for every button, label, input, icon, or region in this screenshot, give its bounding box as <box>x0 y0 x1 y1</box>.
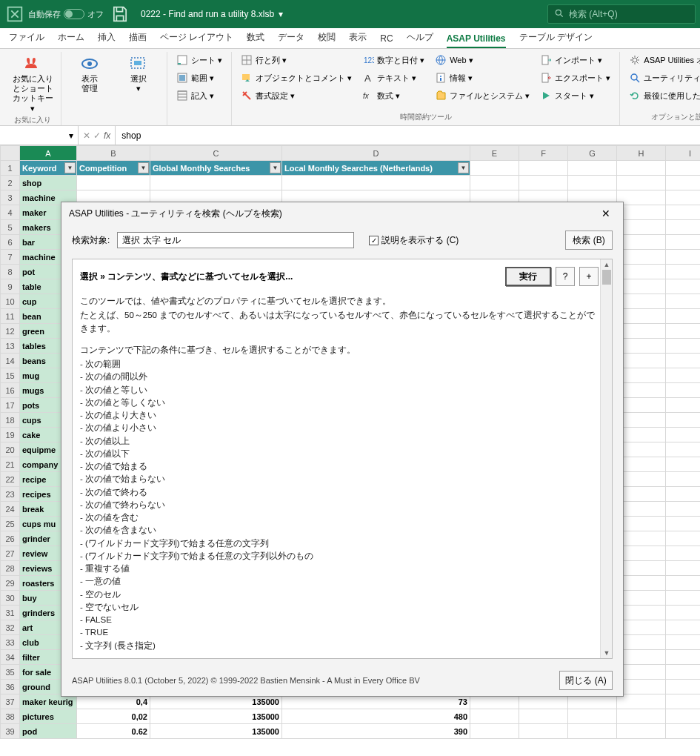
row-header[interactable]: 32 <box>1 620 20 635</box>
cell[interactable]: 0.62 <box>77 724 150 739</box>
row-header[interactable]: 39 <box>1 724 20 739</box>
tab-RC[interactable]: RC <box>380 33 393 48</box>
cell[interactable] <box>666 591 701 606</box>
cell[interactable] <box>666 205 701 220</box>
cell[interactable] <box>617 250 666 265</box>
tab-テーブル デザイン[interactable]: テーブル デザイン <box>519 31 593 48</box>
cell[interactable] <box>617 531 666 546</box>
name-box[interactable]: ▾ <box>0 126 79 145</box>
tab-校閲[interactable]: 校閲 <box>318 31 336 48</box>
cell[interactable] <box>666 487 701 502</box>
ribbon-text[interactable]: Aテキスト ▾ <box>359 70 427 86</box>
cancel-icon[interactable]: ✕ <box>83 130 90 141</box>
ribbon-info[interactable]: 情報 ▾ <box>432 70 533 86</box>
col-header-I[interactable]: I <box>666 146 701 161</box>
cell[interactable] <box>617 487 666 502</box>
row-header[interactable]: 13 <box>1 339 20 354</box>
row-header[interactable]: 2 <box>1 176 20 190</box>
filter-icon[interactable]: ▼ <box>64 162 76 173</box>
close-icon[interactable]: ✕ <box>596 206 616 221</box>
cell[interactable] <box>666 368 701 383</box>
filter-icon[interactable]: ▼ <box>138 162 149 173</box>
row-header[interactable]: 5 <box>1 220 20 235</box>
tab-描画[interactable]: 描画 <box>129 31 147 48</box>
cell[interactable] <box>666 428 701 442</box>
ribbon-import[interactable]: インポート ▾ <box>537 52 613 68</box>
cell[interactable] <box>617 190 666 205</box>
cell[interactable] <box>617 442 666 457</box>
tab-ASAP Utilities[interactable]: ASAP Utilities <box>447 33 506 48</box>
ribbon-format[interactable]: 書式設定 ▾ <box>238 87 355 104</box>
close-button[interactable]: 閉じる (A) <box>559 671 613 690</box>
ribbon-fx[interactable]: fx数式 ▾ <box>359 87 427 104</box>
tab-ヘルプ[interactable]: ヘルプ <box>407 31 433 48</box>
row-header[interactable]: 6 <box>1 235 20 250</box>
formula-input[interactable]: shop <box>116 126 700 145</box>
ribbon-eye[interactable]: 表示管理 <box>67 52 112 121</box>
tab-数式[interactable]: 数式 <box>247 31 264 48</box>
cell[interactable] <box>617 368 666 383</box>
cell[interactable] <box>617 265 666 279</box>
cell[interactable] <box>666 457 701 472</box>
cell[interactable] <box>666 354 701 368</box>
cell[interactable] <box>666 531 701 546</box>
ribbon-export[interactable]: エクスポート ▾ <box>537 70 613 86</box>
row-header[interactable]: 10 <box>1 294 20 309</box>
ribbon-number[interactable]: 123数字と日付 ▾ <box>359 52 427 68</box>
cell[interactable] <box>666 190 701 205</box>
cell[interactable]: 135000 <box>150 724 282 739</box>
row-header[interactable]: 23 <box>1 487 20 502</box>
ribbon-range[interactable]: 範囲 ▾ <box>173 70 225 86</box>
row-header[interactable]: 21 <box>1 457 20 472</box>
row-header[interactable]: 24 <box>1 502 20 517</box>
autosave-toggle[interactable]: 自動保存 オフ <box>28 9 104 20</box>
cell[interactable] <box>519 724 568 739</box>
cell[interactable] <box>617 694 666 709</box>
row-header[interactable]: 28 <box>1 561 20 576</box>
cell[interactable] <box>617 205 666 220</box>
cell[interactable] <box>666 442 701 457</box>
cell[interactable] <box>666 635 701 650</box>
cell[interactable] <box>617 650 666 665</box>
cell[interactable] <box>617 309 666 324</box>
row-header[interactable]: 29 <box>1 576 20 591</box>
tab-ページ レイアウト[interactable]: ページ レイアウト <box>160 31 233 48</box>
cell[interactable] <box>617 724 666 739</box>
cell[interactable] <box>666 250 701 265</box>
cell[interactable]: 480 <box>282 709 470 724</box>
row-header[interactable]: 36 <box>1 680 20 694</box>
tab-表示[interactable]: 表示 <box>349 31 367 48</box>
row-header[interactable]: 33 <box>1 635 20 650</box>
row-header[interactable]: 31 <box>1 606 20 620</box>
cell[interactable] <box>617 606 666 620</box>
scroll-up-icon[interactable]: ▲ <box>601 259 613 270</box>
row-header[interactable]: 22 <box>1 472 20 487</box>
cell[interactable]: pictures <box>20 709 77 724</box>
cell[interactable]: 135000 <box>150 709 282 724</box>
cell[interactable] <box>666 235 701 250</box>
ribbon-rabbit[interactable]: お気に入りとショートカットキー ▾ <box>10 52 55 113</box>
cell[interactable] <box>666 517 701 531</box>
cell[interactable]: 390 <box>282 724 470 739</box>
cell[interactable] <box>617 635 666 650</box>
row-header[interactable]: 3 <box>1 190 20 205</box>
cell[interactable] <box>666 620 701 635</box>
filename[interactable]: 0222 - Find and run a utility 8.xlsb ▾ <box>141 9 283 19</box>
ribbon-gear[interactable]: ASAP Utilities オ <box>626 52 700 68</box>
cell[interactable] <box>617 354 666 368</box>
col-header-C[interactable]: C <box>150 146 282 161</box>
ribbon-redo[interactable]: 最後に使用したツー <box>626 87 700 104</box>
cell[interactable] <box>666 279 701 294</box>
add-button[interactable]: + <box>579 267 599 286</box>
table-header-cell[interactable] <box>470 161 519 176</box>
search-input[interactable]: 検索 (Alt+Q) <box>547 4 696 24</box>
cell[interactable] <box>470 176 519 190</box>
row-header[interactable]: 37 <box>1 694 20 709</box>
tab-ホーム[interactable]: ホーム <box>58 31 84 48</box>
cell[interactable] <box>666 472 701 487</box>
cell[interactable] <box>666 724 701 739</box>
cell[interactable] <box>77 176 150 190</box>
cell[interactable] <box>666 176 701 190</box>
cell[interactable] <box>617 576 666 591</box>
tab-挿入[interactable]: 挿入 <box>98 31 116 48</box>
